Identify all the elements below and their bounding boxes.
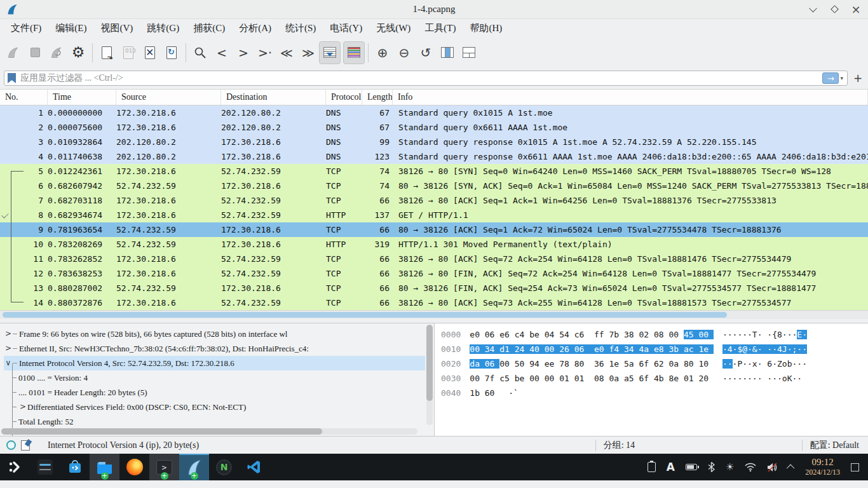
auto-scroll-icon[interactable]: [319, 41, 341, 64]
stop-capture-icon[interactable]: [24, 41, 46, 64]
packet-row-1[interactable]: 10.000000000172.30.218.6202.120.80.2DNS6…: [0, 105, 868, 120]
app-launcher-icon[interactable]: [0, 454, 30, 480]
packet-row-11[interactable]: 110.783262852172.30.218.652.74.232.59TCP…: [0, 252, 868, 266]
hex-byte[interactable]: 34: [485, 344, 499, 354]
hex-byte[interactable]: 06: [574, 344, 594, 354]
hex-byte[interactable]: 01: [574, 374, 594, 383]
hex-byte[interactable]: e0: [470, 330, 484, 339]
previous-packet-icon[interactable]: <: [211, 41, 233, 64]
capture-options-gear-icon[interactable]: ⚙: [67, 41, 89, 64]
hex-byte[interactable]: 01: [684, 374, 698, 383]
next-packet-icon[interactable]: >: [233, 41, 254, 64]
hex-byte[interactable]: 08: [594, 374, 609, 383]
hex-byte[interactable]: 94: [529, 359, 544, 369]
zoom-out-icon[interactable]: ⊖: [393, 41, 415, 64]
hex-row-0000[interactable]: 0000e0 06 e6 c4 be 04 54 c6 ff 7b 38 02 …: [441, 327, 868, 342]
start-capture-fin-icon[interactable]: [3, 41, 24, 64]
packet-row-4[interactable]: 40.011740638202.120.80.2172.30.218.6DNS1…: [0, 149, 868, 164]
detail-line-5[interactable]: >Differentiated Services Field: 0x00 (DS…: [12, 400, 425, 414]
input-method-a-icon[interactable]: A: [667, 461, 675, 473]
hex-byte[interactable]: 24: [515, 344, 529, 354]
bluetooth-icon[interactable]: [708, 462, 715, 472]
save-file-icon[interactable]: 010: [118, 41, 139, 64]
task-manager-settings-icon[interactable]: [30, 454, 60, 480]
detail-line-2[interactable]: ∨Internet Protocol Version 4, Src: 52.74…: [4, 356, 425, 370]
resize-columns-icon[interactable]: [437, 41, 458, 64]
hex-byte[interactable]: 6f: [639, 374, 653, 383]
packet-row-10[interactable]: 100.78320826952.74.232.59172.30.218.6HTT…: [0, 237, 868, 252]
hex-row-0030[interactable]: 003000 7f c5 be 00 00 01 01 08 0a a5 6f …: [441, 371, 868, 386]
battery-icon[interactable]: [686, 464, 697, 470]
hex-byte[interactable]: 00: [668, 330, 683, 339]
menu-item-8[interactable]: 无线(W): [369, 20, 417, 36]
packet-row-7[interactable]: 70.682703118172.30.218.652.74.232.59TCP6…: [0, 193, 868, 208]
hex-byte[interactable]: 1e: [698, 344, 713, 354]
display-filter-box[interactable]: → ▾: [4, 71, 848, 86]
clock[interactable]: 09:12 2024/12/13: [805, 457, 840, 477]
menu-item-6[interactable]: 统计(S): [278, 20, 323, 36]
hex-byte[interactable]: 36: [594, 359, 609, 369]
hex-byte[interactable]: 7f: [485, 374, 499, 383]
detail-vscrollbar[interactable]: [426, 325, 433, 425]
hex-byte[interactable]: 80: [574, 359, 594, 369]
wifi-icon[interactable]: [745, 463, 756, 471]
apply-filter-icon[interactable]: →: [822, 72, 839, 84]
hex-byte[interactable]: 1b: [470, 388, 484, 398]
hex-byte[interactable]: be: [529, 330, 544, 339]
hex-byte[interactable]: 8e: [668, 374, 683, 383]
hex-byte[interactable]: 4a: [639, 344, 653, 354]
menu-item-7[interactable]: 电话(Y): [323, 20, 369, 36]
hex-byte[interactable]: 78: [559, 359, 574, 369]
hex-byte[interactable]: 5a: [624, 359, 639, 369]
hex-row-0010[interactable]: 001000 34 d1 24 40 00 26 06 e0 f4 34 4a …: [441, 342, 868, 356]
restart-capture-fin-icon[interactable]: [46, 41, 67, 64]
column-header-no[interactable]: No.: [0, 90, 48, 105]
expanded-icon[interactable]: ∨: [4, 356, 13, 370]
colorize-icon[interactable]: [343, 41, 365, 64]
first-packet-icon[interactable]: ≪: [276, 41, 297, 64]
menu-item-0[interactable]: 文件(F): [4, 20, 48, 36]
vscode-icon[interactable]: [239, 454, 269, 480]
hex-byte[interactable]: 06: [485, 359, 499, 369]
hex-byte[interactable]: 54: [559, 330, 574, 339]
add-filter-button[interactable]: +: [851, 72, 864, 85]
hex-byte[interactable]: 20: [698, 374, 713, 383]
hex-byte[interactable]: e0: [594, 344, 609, 354]
menu-item-10[interactable]: 帮助(H): [463, 20, 509, 36]
packet-row-5[interactable]: 50.012242361172.30.218.652.74.232.59TCP7…: [0, 164, 868, 179]
packet-row-9[interactable]: 90.78196365452.74.232.59172.30.218.6TCP6…: [0, 222, 868, 237]
hex-byte[interactable]: 04: [545, 330, 559, 339]
hex-byte[interactable]: c5: [499, 374, 514, 383]
hex-byte[interactable]: 02: [639, 330, 653, 339]
reload-file-icon[interactable]: ↻: [161, 41, 182, 64]
minimize-icon[interactable]: [807, 4, 818, 15]
last-packet-icon[interactable]: ≫: [297, 41, 319, 64]
wireshark-taskbar-icon[interactable]: +: [179, 454, 209, 480]
expert-info-icon[interactable]: [6, 440, 16, 450]
expand-tray-icon[interactable]: [789, 464, 794, 470]
filter-bookmark-icon[interactable]: [8, 73, 16, 83]
hex-byte[interactable]: 00: [529, 374, 544, 383]
detail-hscrollbar[interactable]: [1, 428, 417, 435]
hex-byte[interactable]: c6: [574, 330, 594, 339]
hex-byte[interactable]: e6: [499, 330, 514, 339]
packet-row-13[interactable]: 130.88028700252.74.232.59172.30.218.6TCP…: [0, 281, 868, 295]
detail-line-6[interactable]: Total Length: 52: [12, 414, 425, 429]
column-header-info[interactable]: Info: [393, 90, 868, 105]
volume-muted-icon[interactable]: [767, 463, 778, 472]
packet-row-14[interactable]: 140.880372876172.30.218.652.74.232.59TCP…: [0, 295, 868, 310]
clipboard-icon[interactable]: [648, 462, 656, 472]
hex-byte[interactable]: 80: [684, 359, 698, 369]
hex-row-0040[interactable]: 00401b 60 ·`: [441, 386, 868, 400]
hex-byte[interactable]: 26: [559, 344, 574, 354]
hex-byte[interactable]: 7b: [609, 330, 624, 339]
hex-byte[interactable]: 45: [684, 330, 698, 339]
hex-byte[interactable]: be: [515, 374, 529, 383]
collapsed-icon[interactable]: >: [18, 400, 27, 414]
hex-byte[interactable]: 60: [485, 388, 499, 398]
hex-byte[interactable]: 38: [624, 330, 639, 339]
column-header-destination[interactable]: Destination: [221, 90, 326, 105]
hex-byte[interactable]: 01: [559, 374, 574, 383]
hex-byte[interactable]: 00: [499, 359, 514, 369]
hex-byte[interactable]: 0a: [609, 374, 624, 383]
